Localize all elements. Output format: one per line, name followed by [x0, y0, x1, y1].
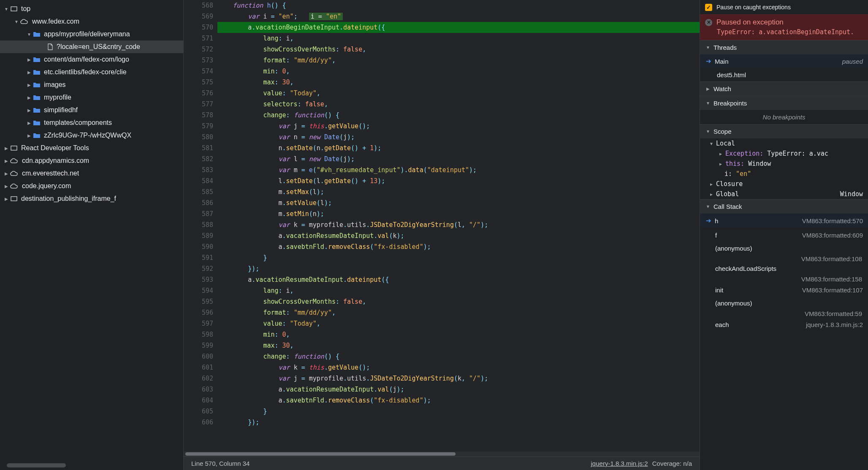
callstack-frame[interactable]: (anonymous)VM863:formatted:108: [700, 242, 868, 262]
thread-main[interactable]: ➔ Main paused: [700, 54, 868, 68]
code-content[interactable]: function h() { var i = "en"; i = "en" a.…: [217, 0, 700, 451]
tree-label: images: [44, 81, 66, 89]
cursor-position: Line 570, Column 34: [191, 460, 250, 467]
tree-origin[interactable]: ▶ code.jquery.com: [0, 180, 183, 192]
tree-folder[interactable]: ▶ templates/components: [0, 116, 183, 129]
horizontal-scrollbar[interactable]: [7, 463, 66, 467]
statusbar-file-link[interactable]: jquery-1.8.3.min.js:2: [591, 460, 648, 467]
debugger-panel[interactable]: ✓ Pause on caught exceptions ✕ Paused on…: [700, 0, 868, 470]
pause-caught-row[interactable]: ✓ Pause on caught exceptions: [700, 0, 868, 14]
chevron-down-icon: ▼: [708, 140, 714, 146]
scope-closure[interactable]: ▶ Closure: [700, 179, 868, 189]
tree-label: myprofile: [44, 94, 71, 101]
tree-label: apps/myprofile/deliverymana: [44, 30, 130, 38]
tree-folder[interactable]: ▶ simplifiedhf: [0, 104, 183, 116]
svg-rect-0: [11, 7, 17, 11]
tree-folder[interactable]: ▶ content/dam/fedex-com/logo: [0, 53, 183, 66]
chevron-right-icon: ▶: [3, 145, 9, 151]
scope-local[interactable]: ▼ Local: [700, 138, 868, 149]
chevron-down-icon: ▼: [705, 129, 711, 135]
chevron-down-icon: ▼: [705, 45, 711, 51]
callstack-frame[interactable]: initVM863:formatted:107: [700, 283, 868, 297]
frame-name: init: [715, 286, 723, 294]
section-label: Scope: [713, 128, 732, 135]
tree-label: code.jquery.com: [22, 182, 71, 190]
paused-detail: TypeError: a.vacationBeginDateInput.: [705, 28, 863, 36]
tree-folder[interactable]: ▶ etc.clientlibs/fedex-core/clie: [0, 66, 183, 78]
tree-file-locale[interactable]: ?locale=en_US&cntry_code: [0, 41, 183, 53]
chevron-right-icon: ▶: [3, 196, 9, 202]
cloud-icon: [10, 183, 19, 189]
editor-horizontal-scrollbar[interactable]: [184, 451, 700, 456]
no-breakpoints-label: No breakpoints: [700, 110, 868, 124]
tree-label: www.fedex.com: [32, 18, 79, 25]
chevron-right-icon: ▶: [26, 132, 32, 138]
callstack-frame[interactable]: fVM863:formatted:609: [700, 228, 868, 242]
frame-location: VM863:formatted:59: [805, 310, 863, 317]
tree-folder[interactable]: ▶ images: [0, 78, 183, 91]
tree-domain[interactable]: ▼ www.fedex.com: [0, 15, 183, 28]
cloud-icon: [10, 158, 19, 164]
chevron-right-icon: ▶: [26, 82, 32, 88]
callstack-frame[interactable]: (anonymous)VM863:formatted:59: [700, 297, 868, 317]
callstack-frame[interactable]: checkAndLoadScriptsVM863:formatted:158: [700, 262, 868, 283]
scope-header[interactable]: ▼ Scope: [700, 124, 868, 138]
tree-label: top: [21, 5, 30, 13]
chevron-down-icon: ▼: [3, 6, 9, 12]
tree-label: templates/components: [44, 119, 112, 127]
folder-icon: [33, 82, 41, 88]
tree-origin[interactable]: ▶ cm.everesttech.net: [0, 167, 183, 180]
tree-label: etc.clientlibs/fedex-core/clie: [44, 68, 127, 76]
folder-icon: [33, 57, 41, 62]
frame-name: f: [715, 232, 717, 239]
close-icon[interactable]: ✕: [705, 19, 712, 26]
chevron-right-icon: ▶: [26, 57, 32, 62]
tree-folder[interactable]: ▶ myprofile: [0, 91, 183, 104]
thread-sub[interactable]: dest5.html: [700, 68, 868, 81]
scope-exception-row[interactable]: ▶ Exception: TypeError: a.vac: [700, 149, 868, 159]
chevron-down-icon: ▼: [26, 31, 32, 37]
current-marker-icon: ➔: [706, 217, 711, 224]
tree-top[interactable]: ▼ top: [0, 3, 183, 15]
tree-label: ?locale=en_US&cntry_code: [57, 43, 140, 51]
tree-label: cdn.appdynamics.com: [22, 157, 89, 165]
code-editor[interactable]: 5685695705715725735745755765775785795805…: [183, 0, 700, 470]
section-label: Threads: [713, 44, 737, 51]
chevron-right-icon: ▶: [26, 95, 32, 100]
chevron-right-icon: ▶: [708, 181, 714, 187]
chevron-right-icon: ▶: [718, 161, 724, 167]
checkbox-checked-icon[interactable]: ✓: [705, 4, 712, 11]
file-icon: [47, 43, 53, 50]
folder-icon: [33, 31, 41, 37]
tree-folder-apps[interactable]: ▼ apps/myprofile/deliverymana: [0, 28, 183, 41]
tree-label: cm.everesttech.net: [22, 170, 79, 177]
section-label: Call Stack: [713, 203, 742, 210]
chevron-right-icon: ▶: [705, 86, 711, 92]
tree-folder[interactable]: ▶ zZrlc9UGw-7P-/wHzQWwQX: [0, 129, 183, 142]
frame-name: each: [715, 321, 729, 328]
breakpoints-header[interactable]: ▼ Breakpoints: [700, 96, 868, 110]
watch-header[interactable]: ▶ Watch: [700, 81, 868, 96]
paused-title-label: Paused on exception: [716, 18, 784, 27]
frame-location: VM863:formatted:609: [802, 232, 863, 239]
coverage-label: Coverage: n/a: [652, 460, 692, 467]
tree-origin[interactable]: ▶ destination_publishing_iframe_f: [0, 192, 183, 205]
tree-label: React Developer Tools: [21, 144, 89, 152]
frame-location: VM863:formatted:570: [802, 217, 863, 224]
tree-origin[interactable]: ▶ cdn.appdynamics.com: [0, 154, 183, 167]
file-tree-panel[interactable]: ▼ top ▼ www.fedex.com ▼ apps/myprofile/d…: [0, 0, 183, 470]
callstack-frame[interactable]: ➔hVM863:formatted:570: [700, 213, 868, 228]
frame-icon: [10, 144, 18, 152]
frame-name: checkAndLoadScripts: [715, 265, 776, 272]
scope-this-row[interactable]: ▶ this: Window: [700, 159, 868, 169]
callstack-header[interactable]: ▼ Call Stack: [700, 199, 868, 213]
chevron-down-icon: ▼: [705, 100, 711, 106]
scope-global[interactable]: ▶ Global Window: [700, 189, 868, 199]
thread-state: paused: [842, 58, 863, 65]
tree-origin[interactable]: ▶ React Developer Tools: [0, 142, 183, 154]
scope-i-row[interactable]: i: "en": [700, 169, 868, 179]
callstack-frame[interactable]: eachjquery-1.8.3.min.js:2: [700, 317, 868, 332]
threads-header[interactable]: ▼ Threads: [700, 40, 868, 54]
section-label: Watch: [713, 85, 731, 92]
folder-icon: [33, 132, 41, 138]
